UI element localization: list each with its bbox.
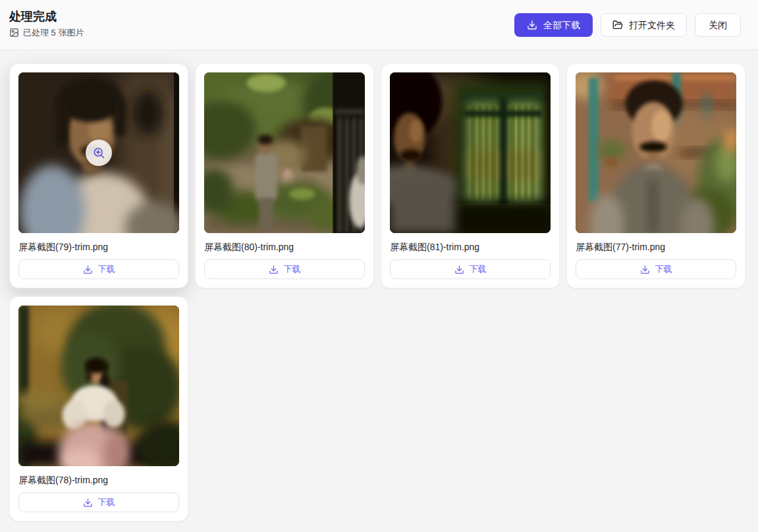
filename-label: 屏幕截图(78)-trim.png: [18, 474, 179, 486]
thumbnail-art-man-courtyard: [576, 72, 736, 233]
download-button[interactable]: 下载: [390, 259, 551, 279]
download-icon: [83, 498, 93, 508]
thumbnail[interactable]: [18, 72, 179, 233]
header-actions: 全部下载 打开文件夹 关闭: [514, 13, 741, 37]
close-button[interactable]: 关闭: [695, 13, 741, 37]
zoom-in-overlay[interactable]: [86, 140, 112, 166]
download-button[interactable]: 下载: [18, 492, 179, 512]
image-card[interactable]: 屏幕截图(81)-trim.png 下载: [381, 63, 560, 288]
thumbnail-art-man-window: [390, 72, 551, 233]
download-icon: [640, 265, 650, 275]
filename-label: 屏幕截图(77)-trim.png: [576, 241, 736, 253]
thumbnail-art-garden-path: [204, 72, 365, 233]
thumbnail[interactable]: [18, 306, 179, 466]
processed-count-label: 已处理 5 张图片: [23, 27, 84, 39]
filename-label: 屏幕截图(81)-trim.png: [390, 241, 551, 253]
zoom-in-icon: [92, 146, 105, 159]
header-info: 处理完成 已处理 5 张图片: [9, 11, 84, 39]
image-icon: [9, 28, 19, 38]
image-card-grid: 屏幕截图(79)-trim.png 下载: [0, 50, 758, 532]
thumbnail[interactable]: [576, 72, 736, 233]
download-icon: [269, 265, 279, 275]
download-button[interactable]: 下载: [18, 259, 179, 279]
header-bar: 处理完成 已处理 5 张图片 全部下载 打开文件夹 关闭: [0, 0, 758, 50]
download-button[interactable]: 下载: [576, 259, 736, 279]
download-icon: [527, 20, 537, 30]
thumbnail[interactable]: [390, 72, 551, 233]
page-title: 处理完成: [9, 11, 84, 24]
image-card[interactable]: 屏幕截图(78)-trim.png 下载: [9, 296, 188, 521]
processed-summary: 已处理 5 张图片: [9, 27, 84, 39]
download-all-button[interactable]: 全部下载: [514, 13, 593, 37]
filename-label: 屏幕截图(80)-trim.png: [204, 241, 365, 253]
image-card[interactable]: 屏幕截图(79)-trim.png 下载: [9, 63, 188, 288]
folder-open-icon: [612, 20, 623, 30]
download-button[interactable]: 下载: [204, 259, 365, 279]
download-icon: [83, 265, 93, 275]
download-icon: [454, 265, 464, 275]
filename-label: 屏幕截图(79)-trim.png: [18, 241, 179, 253]
thumbnail[interactable]: [204, 72, 365, 233]
image-card[interactable]: 屏幕截图(80)-trim.png 下载: [195, 63, 374, 288]
image-card[interactable]: 屏幕截图(77)-trim.png 下载: [566, 63, 745, 288]
thumbnail-art-seated-woman: [18, 306, 179, 466]
open-folder-button[interactable]: 打开文件夹: [601, 13, 687, 37]
